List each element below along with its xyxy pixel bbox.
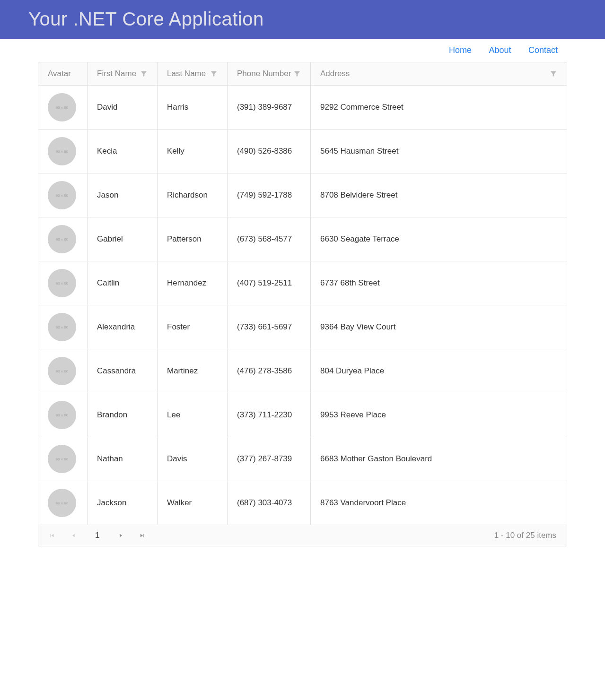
pager-info: 1 - 10 of 25 items [494,531,556,540]
cell-last-name: Hernandez [158,261,228,305]
cell-phone: (749) 592-1788 [228,173,311,217]
cell-address: 6737 68th Street [311,261,567,305]
table-row[interactable]: 60 x 60BrandonLee(373) 711-22309953 Reev… [38,393,567,437]
nav-home[interactable]: Home [449,45,472,55]
column-header-avatar[interactable]: Avatar [38,62,88,85]
column-header-last-name[interactable]: Last Name [158,62,228,85]
avatar: 60 x 60 [48,181,76,209]
filter-icon[interactable] [140,70,148,78]
cell-address: 9953 Reeve Place [311,393,567,437]
filter-icon[interactable] [550,70,557,78]
cell-avatar: 60 x 60 [38,173,88,217]
cell-phone: (407) 519-2511 [228,261,311,305]
cell-avatar: 60 x 60 [38,217,88,261]
pager-prev-button[interactable] [70,532,77,539]
cell-avatar: 60 x 60 [38,130,88,173]
cell-last-name: Richardson [158,173,228,217]
top-nav: Home About Contact [0,39,605,62]
pager-current-page[interactable]: 1 [92,531,102,540]
prev-icon [70,532,77,539]
cell-last-name: Davis [158,437,228,481]
avatar: 60 x 60 [48,401,76,429]
cell-last-name: Lee [158,393,228,437]
column-header-first-name[interactable]: First Name [88,62,158,85]
cell-address: 9364 Bay View Court [311,305,567,349]
filter-icon[interactable] [293,70,301,78]
table-row[interactable]: 60 x 60JacksonWalker(687) 303-40738763 V… [38,481,567,525]
cell-last-name: Patterson [158,217,228,261]
table-row[interactable]: 60 x 60AlexandriaFoster(733) 661-5697936… [38,305,567,349]
cell-first-name: David [88,86,158,129]
cell-last-name: Foster [158,305,228,349]
table-row[interactable]: 60 x 60DavidHarris(391) 389-96879292 Com… [38,86,567,130]
column-header-address[interactable]: Address [311,62,567,85]
cell-first-name: Nathan [88,437,158,481]
column-label: Last Name [167,69,206,78]
app-title: Your .NET Core Application [28,9,577,30]
column-header-phone[interactable]: Phone Number [228,62,311,85]
nav-contact[interactable]: Contact [528,45,558,55]
nav-about[interactable]: About [489,45,511,55]
data-grid: Avatar First Name Last Name Phone Number… [38,62,567,546]
table-row[interactable]: 60 x 60KeciaKelly(490) 526-83865645 Haus… [38,130,567,173]
cell-last-name: Harris [158,86,228,129]
cell-first-name: Caitlin [88,261,158,305]
cell-phone: (377) 267-8739 [228,437,311,481]
cell-address: 6630 Seagate Terrace [311,217,567,261]
cell-first-name: Alexandria [88,305,158,349]
cell-phone: (476) 278-3586 [228,349,311,393]
table-row[interactable]: 60 x 60CassandraMartinez(476) 278-358680… [38,349,567,393]
cell-avatar: 60 x 60 [38,437,88,481]
avatar: 60 x 60 [48,137,76,165]
avatar: 60 x 60 [48,225,76,253]
avatar: 60 x 60 [48,445,76,473]
skip-last-icon [139,532,146,539]
column-label: First Name [97,69,136,78]
cell-first-name: Cassandra [88,349,158,393]
cell-last-name: Walker [158,481,228,525]
cell-avatar: 60 x 60 [38,349,88,393]
cell-avatar: 60 x 60 [38,305,88,349]
pager-controls: 1 [49,531,146,540]
cell-phone: (733) 661-5697 [228,305,311,349]
pager-next-button[interactable] [117,532,124,539]
cell-avatar: 60 x 60 [38,481,88,525]
cell-avatar: 60 x 60 [38,86,88,129]
avatar: 60 x 60 [48,93,76,121]
cell-avatar: 60 x 60 [38,261,88,305]
filter-icon[interactable] [210,70,218,78]
table-row[interactable]: 60 x 60CaitlinHernandez(407) 519-2511673… [38,261,567,305]
pager-last-button[interactable] [139,532,146,539]
cell-first-name: Jackson [88,481,158,525]
skip-first-icon [49,532,55,539]
cell-first-name: Jason [88,173,158,217]
table-row[interactable]: 60 x 60GabrielPatterson(673) 568-4577663… [38,217,567,261]
cell-first-name: Gabriel [88,217,158,261]
cell-address: 804 Duryea Place [311,349,567,393]
app-header: Your .NET Core Application [0,0,605,39]
cell-first-name: Brandon [88,393,158,437]
avatar: 60 x 60 [48,313,76,341]
cell-phone: (391) 389-9687 [228,86,311,129]
cell-avatar: 60 x 60 [38,393,88,437]
avatar: 60 x 60 [48,489,76,517]
next-icon [117,532,124,539]
table-row[interactable]: 60 x 60JasonRichardson(749) 592-17888708… [38,173,567,217]
avatar: 60 x 60 [48,357,76,385]
cell-last-name: Kelly [158,130,228,173]
cell-first-name: Kecia [88,130,158,173]
cell-phone: (673) 568-4577 [228,217,311,261]
avatar: 60 x 60 [48,269,76,297]
pager-first-button[interactable] [49,532,55,539]
cell-address: 5645 Hausman Street [311,130,567,173]
column-label: Phone Number [237,69,291,78]
table-row[interactable]: 60 x 60NathanDavis(377) 267-87396683 Mot… [38,437,567,481]
cell-address: 8763 Vandervoort Place [311,481,567,525]
column-label: Avatar [48,69,71,78]
grid-pager: 1 1 - 10 of 25 items [38,525,567,546]
column-label: Address [320,69,350,78]
cell-phone: (687) 303-4073 [228,481,311,525]
grid-header-row: Avatar First Name Last Name Phone Number… [38,62,567,86]
grid-body: 60 x 60DavidHarris(391) 389-96879292 Com… [38,86,567,525]
cell-address: 9292 Commerce Street [311,86,567,129]
